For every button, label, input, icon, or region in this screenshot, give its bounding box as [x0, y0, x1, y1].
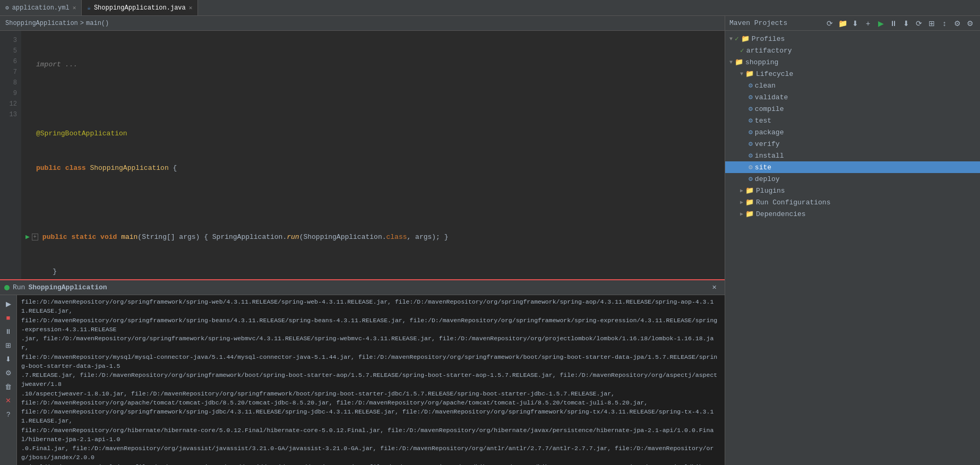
lifecycle-folder-icon: 📁: [745, 70, 754, 78]
tree-run-configurations[interactable]: ▶ 📁 Run Configurations: [725, 196, 980, 208]
run-app-name: ShoppingApplication: [28, 283, 107, 291]
method-main: main: [121, 233, 137, 241]
code-editor[interactable]: 3 5 6 7 8 9 12 13 import ...: [0, 31, 725, 279]
run-gutter-icon[interactable]: ▶: [25, 232, 30, 241]
lifecycle-label: Lifecycle: [756, 70, 793, 78]
tree-plugins[interactable]: ▶ 📁 Plugins: [725, 185, 980, 196]
install-gear-icon: ⚙: [749, 151, 753, 160]
maven-collapse-btn[interactable]: ↕: [939, 18, 950, 29]
profiles-folder-icon: 📁: [741, 35, 750, 43]
run-config-folder-icon: 📁: [745, 198, 754, 206]
plugins-label: Plugins: [756, 187, 785, 195]
close-tab-application-yml[interactable]: ✕: [73, 4, 76, 11]
install-label: install: [755, 152, 784, 160]
dependencies-chevron-icon: ▶: [740, 211, 743, 217]
help-button[interactable]: ?: [2, 408, 15, 420]
test-label: test: [755, 117, 771, 125]
tree-lifecycle[interactable]: ▼ 📁 Lifecycle: [725, 68, 980, 80]
maven-generate-btn[interactable]: ⟳: [913, 18, 925, 29]
import-comment: import ...: [36, 61, 78, 68]
maven-add-btn[interactable]: +: [862, 18, 874, 29]
run-body: ▶ ■ ⏸ ⊞ ⬇ ⚙ 🗑 ✕ ? file:/D:/mavenReposito…: [0, 295, 725, 465]
maven-open-btn[interactable]: ⊞: [926, 18, 938, 29]
line-num-9: 9: [0, 88, 21, 99]
stop-button[interactable]: ■: [2, 311, 15, 324]
pause-button[interactable]: ⏸: [2, 325, 15, 338]
dependencies-folder-icon: 📁: [745, 210, 754, 218]
tree-package[interactable]: ⚙ package: [725, 126, 980, 138]
line-num-3: 3: [0, 35, 21, 46]
tree-dependencies[interactable]: ▶ 📁 Dependencies: [725, 208, 980, 220]
maven-tree: ▼ ✓ 📁 Profiles ✓ artifactory ▼ 📁 shoppin…: [725, 31, 980, 465]
maven-skip-btn[interactable]: ⬇: [900, 18, 912, 29]
maven-title: Maven Projects: [729, 19, 787, 27]
scroll-end-button[interactable]: ⬇: [2, 352, 15, 365]
maven-download-btn[interactable]: ⬇: [849, 18, 861, 29]
tab-application-yml[interactable]: ⚙ application.yml ✕: [0, 0, 82, 15]
maven-refresh-btn[interactable]: ⟳: [824, 18, 836, 29]
run-sidebar: ▶ ■ ⏸ ⊞ ⬇ ⚙ 🗑 ✕ ?: [0, 295, 17, 465]
settings-button[interactable]: ⚙: [2, 366, 15, 379]
tree-profiles[interactable]: ▼ ✓ 📁 Profiles: [725, 33, 980, 45]
site-label: site: [755, 163, 771, 171]
clean-gear-icon: ⚙: [749, 81, 753, 90]
run-config-label: Run Configurations: [756, 199, 830, 206]
maven-settings-btn[interactable]: ⚙: [951, 18, 963, 29]
maven-run-btn[interactable]: ▶: [875, 18, 887, 29]
validate-gear-icon: ⚙: [749, 93, 753, 101]
line-num-7: 7: [0, 67, 21, 78]
plugins-folder-icon: 📁: [745, 186, 754, 195]
tree-shopping[interactable]: ▼ 📁 shopping: [725, 56, 980, 68]
run-header: Run ShoppingApplication ✕: [0, 280, 725, 295]
tree-site[interactable]: ⚙ site: [725, 161, 980, 173]
profiles-label: Profiles: [752, 35, 785, 43]
profiles-chevron-icon: ▼: [729, 36, 733, 42]
close-tab-shopping-application[interactable]: ✕: [189, 4, 193, 11]
run-output[interactable]: file:/D:/mavenRepository/org/springframe…: [17, 295, 725, 465]
site-gear-icon: ⚙: [749, 163, 753, 171]
plugins-chevron-icon: ▶: [740, 187, 743, 194]
maven-import-btn[interactable]: 📁: [837, 18, 848, 29]
code-line-7: public class ShoppingApplication {: [25, 162, 725, 173]
tree-artifactory[interactable]: ✓ artifactory: [725, 45, 980, 56]
maven-stop-btn[interactable]: ⏸: [888, 18, 899, 29]
line-numbers: 3 5 6 7 8 9 12 13: [0, 31, 21, 279]
error-button[interactable]: ✕: [2, 394, 15, 407]
package-gear-icon: ⚙: [749, 128, 753, 136]
shopping-label: shopping: [745, 58, 778, 66]
yml-file-icon: ⚙: [5, 4, 9, 11]
clear-button[interactable]: 🗑: [2, 380, 15, 393]
shopping-folder-icon: 📁: [735, 58, 743, 66]
compile-label: compile: [755, 105, 784, 113]
code-content[interactable]: import ... @SpringBootApplication public…: [21, 31, 725, 279]
tree-validate[interactable]: ⚙ validate: [725, 91, 980, 103]
breadcrumb-class[interactable]: ShoppingApplication: [5, 20, 78, 27]
tab-label-shopping-application: ShoppingApplication.java: [94, 4, 186, 12]
run-config-chevron-icon: ▶: [740, 199, 743, 205]
step-button[interactable]: ⊞: [2, 339, 15, 351]
maven-header: Maven Projects ⟳ 📁 ⬇ + ▶ ⏸ ⬇ ⟳ ⊞ ↕ ⚙ ⚙: [725, 16, 980, 31]
validate-label: validate: [755, 93, 788, 101]
keyword-public-1: public: [36, 164, 61, 172]
rerun-button[interactable]: ▶: [2, 297, 15, 310]
line-num-6: 6: [0, 56, 21, 67]
maven-settings2-btn[interactable]: ⚙: [964, 18, 976, 29]
tree-verify[interactable]: ⚙ verify: [725, 138, 980, 150]
run-panel: Run ShoppingApplication ✕ ▶ ■ ⏸ ⊞ ⬇ ⚙ 🗑 …: [0, 279, 725, 465]
shopping-chevron-icon: ▼: [729, 59, 733, 65]
tab-shopping-application[interactable]: ☕ ShoppingApplication.java ✕: [82, 0, 198, 15]
artifactory-label: artifactory: [746, 47, 792, 55]
tree-deploy[interactable]: ⚙ deploy: [725, 173, 980, 185]
expand-icon[interactable]: +: [32, 234, 38, 240]
annotation-springboot: @SpringBootApplication: [36, 130, 127, 137]
tree-compile[interactable]: ⚙ compile: [725, 103, 980, 115]
code-line-8: [25, 197, 725, 208]
breadcrumb-method[interactable]: main(): [86, 20, 109, 27]
run-header-close-btn[interactable]: ✕: [708, 281, 720, 294]
main-area: ShoppingApplication > main() 3 5 6 7 8 9…: [0, 16, 980, 465]
tree-install[interactable]: ⚙ install: [725, 150, 980, 161]
dependencies-label: Dependencies: [756, 210, 806, 218]
tree-clean[interactable]: ⚙ clean: [725, 80, 980, 91]
compile-gear-icon: ⚙: [749, 105, 753, 113]
tree-test[interactable]: ⚙ test: [725, 115, 980, 126]
